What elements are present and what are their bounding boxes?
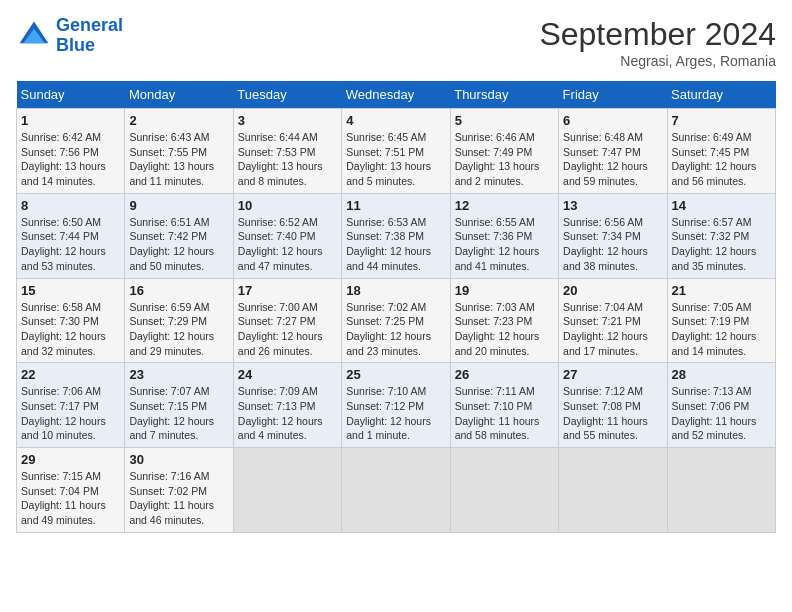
calendar-cell: 29Sunrise: 7:15 AMSunset: 7:04 PMDayligh… bbox=[17, 448, 125, 533]
logo: General Blue bbox=[16, 16, 123, 56]
calendar-week-row: 15Sunrise: 6:58 AMSunset: 7:30 PMDayligh… bbox=[17, 278, 776, 363]
day-number: 19 bbox=[455, 283, 554, 298]
calendar-cell: 7Sunrise: 6:49 AMSunset: 7:45 PMDaylight… bbox=[667, 109, 775, 194]
day-number: 26 bbox=[455, 367, 554, 382]
calendar-cell: 14Sunrise: 6:57 AMSunset: 7:32 PMDayligh… bbox=[667, 193, 775, 278]
day-info: Sunrise: 6:43 AMSunset: 7:55 PMDaylight:… bbox=[129, 130, 228, 189]
day-number: 25 bbox=[346, 367, 445, 382]
page-header: General Blue September 2024 Negrasi, Arg… bbox=[16, 16, 776, 69]
calendar-cell: 15Sunrise: 6:58 AMSunset: 7:30 PMDayligh… bbox=[17, 278, 125, 363]
calendar-cell: 27Sunrise: 7:12 AMSunset: 7:08 PMDayligh… bbox=[559, 363, 667, 448]
logo-text: General Blue bbox=[56, 16, 123, 56]
day-info: Sunrise: 6:53 AMSunset: 7:38 PMDaylight:… bbox=[346, 215, 445, 274]
day-number: 14 bbox=[672, 198, 771, 213]
calendar-cell bbox=[559, 448, 667, 533]
calendar-cell: 9Sunrise: 6:51 AMSunset: 7:42 PMDaylight… bbox=[125, 193, 233, 278]
location-subtitle: Negrasi, Arges, Romania bbox=[539, 53, 776, 69]
day-number: 28 bbox=[672, 367, 771, 382]
title-block: September 2024 Negrasi, Arges, Romania bbox=[539, 16, 776, 69]
day-info: Sunrise: 6:49 AMSunset: 7:45 PMDaylight:… bbox=[672, 130, 771, 189]
day-info: Sunrise: 7:04 AMSunset: 7:21 PMDaylight:… bbox=[563, 300, 662, 359]
calendar-cell: 25Sunrise: 7:10 AMSunset: 7:12 PMDayligh… bbox=[342, 363, 450, 448]
calendar-header-row: SundayMondayTuesdayWednesdayThursdayFrid… bbox=[17, 81, 776, 109]
day-info: Sunrise: 6:55 AMSunset: 7:36 PMDaylight:… bbox=[455, 215, 554, 274]
day-info: Sunrise: 7:05 AMSunset: 7:19 PMDaylight:… bbox=[672, 300, 771, 359]
day-number: 21 bbox=[672, 283, 771, 298]
calendar-cell: 19Sunrise: 7:03 AMSunset: 7:23 PMDayligh… bbox=[450, 278, 558, 363]
day-number: 18 bbox=[346, 283, 445, 298]
calendar-cell: 8Sunrise: 6:50 AMSunset: 7:44 PMDaylight… bbox=[17, 193, 125, 278]
calendar-cell bbox=[450, 448, 558, 533]
logo-icon bbox=[16, 18, 52, 54]
calendar-cell: 23Sunrise: 7:07 AMSunset: 7:15 PMDayligh… bbox=[125, 363, 233, 448]
day-number: 8 bbox=[21, 198, 120, 213]
day-number: 1 bbox=[21, 113, 120, 128]
day-number: 22 bbox=[21, 367, 120, 382]
calendar-cell: 5Sunrise: 6:46 AMSunset: 7:49 PMDaylight… bbox=[450, 109, 558, 194]
day-info: Sunrise: 7:02 AMSunset: 7:25 PMDaylight:… bbox=[346, 300, 445, 359]
calendar-cell: 1Sunrise: 6:42 AMSunset: 7:56 PMDaylight… bbox=[17, 109, 125, 194]
calendar-cell: 4Sunrise: 6:45 AMSunset: 7:51 PMDaylight… bbox=[342, 109, 450, 194]
day-number: 23 bbox=[129, 367, 228, 382]
day-number: 5 bbox=[455, 113, 554, 128]
calendar-cell: 18Sunrise: 7:02 AMSunset: 7:25 PMDayligh… bbox=[342, 278, 450, 363]
day-info: Sunrise: 6:48 AMSunset: 7:47 PMDaylight:… bbox=[563, 130, 662, 189]
calendar-cell: 17Sunrise: 7:00 AMSunset: 7:27 PMDayligh… bbox=[233, 278, 341, 363]
calendar-cell: 20Sunrise: 7:04 AMSunset: 7:21 PMDayligh… bbox=[559, 278, 667, 363]
day-number: 12 bbox=[455, 198, 554, 213]
col-header-friday: Friday bbox=[559, 81, 667, 109]
day-info: Sunrise: 7:12 AMSunset: 7:08 PMDaylight:… bbox=[563, 384, 662, 443]
calendar-cell bbox=[667, 448, 775, 533]
col-header-saturday: Saturday bbox=[667, 81, 775, 109]
calendar-cell: 16Sunrise: 6:59 AMSunset: 7:29 PMDayligh… bbox=[125, 278, 233, 363]
col-header-monday: Monday bbox=[125, 81, 233, 109]
day-info: Sunrise: 6:50 AMSunset: 7:44 PMDaylight:… bbox=[21, 215, 120, 274]
day-info: Sunrise: 7:15 AMSunset: 7:04 PMDaylight:… bbox=[21, 469, 120, 528]
day-number: 24 bbox=[238, 367, 337, 382]
day-number: 9 bbox=[129, 198, 228, 213]
day-info: Sunrise: 7:16 AMSunset: 7:02 PMDaylight:… bbox=[129, 469, 228, 528]
calendar-cell: 13Sunrise: 6:56 AMSunset: 7:34 PMDayligh… bbox=[559, 193, 667, 278]
day-number: 17 bbox=[238, 283, 337, 298]
col-header-wednesday: Wednesday bbox=[342, 81, 450, 109]
day-number: 13 bbox=[563, 198, 662, 213]
day-info: Sunrise: 6:52 AMSunset: 7:40 PMDaylight:… bbox=[238, 215, 337, 274]
calendar-cell: 22Sunrise: 7:06 AMSunset: 7:17 PMDayligh… bbox=[17, 363, 125, 448]
day-number: 2 bbox=[129, 113, 228, 128]
calendar-cell: 30Sunrise: 7:16 AMSunset: 7:02 PMDayligh… bbox=[125, 448, 233, 533]
day-info: Sunrise: 6:56 AMSunset: 7:34 PMDaylight:… bbox=[563, 215, 662, 274]
calendar-table: SundayMondayTuesdayWednesdayThursdayFrid… bbox=[16, 81, 776, 533]
col-header-tuesday: Tuesday bbox=[233, 81, 341, 109]
day-info: Sunrise: 7:13 AMSunset: 7:06 PMDaylight:… bbox=[672, 384, 771, 443]
day-info: Sunrise: 6:51 AMSunset: 7:42 PMDaylight:… bbox=[129, 215, 228, 274]
day-info: Sunrise: 7:06 AMSunset: 7:17 PMDaylight:… bbox=[21, 384, 120, 443]
day-number: 4 bbox=[346, 113, 445, 128]
month-title: September 2024 bbox=[539, 16, 776, 53]
day-info: Sunrise: 6:45 AMSunset: 7:51 PMDaylight:… bbox=[346, 130, 445, 189]
day-number: 7 bbox=[672, 113, 771, 128]
day-number: 27 bbox=[563, 367, 662, 382]
calendar-cell: 21Sunrise: 7:05 AMSunset: 7:19 PMDayligh… bbox=[667, 278, 775, 363]
day-number: 3 bbox=[238, 113, 337, 128]
day-number: 6 bbox=[563, 113, 662, 128]
col-header-sunday: Sunday bbox=[17, 81, 125, 109]
calendar-cell: 6Sunrise: 6:48 AMSunset: 7:47 PMDaylight… bbox=[559, 109, 667, 194]
day-number: 16 bbox=[129, 283, 228, 298]
day-number: 29 bbox=[21, 452, 120, 467]
day-info: Sunrise: 7:09 AMSunset: 7:13 PMDaylight:… bbox=[238, 384, 337, 443]
day-info: Sunrise: 6:59 AMSunset: 7:29 PMDaylight:… bbox=[129, 300, 228, 359]
calendar-cell: 28Sunrise: 7:13 AMSunset: 7:06 PMDayligh… bbox=[667, 363, 775, 448]
day-info: Sunrise: 7:03 AMSunset: 7:23 PMDaylight:… bbox=[455, 300, 554, 359]
day-number: 11 bbox=[346, 198, 445, 213]
day-info: Sunrise: 7:11 AMSunset: 7:10 PMDaylight:… bbox=[455, 384, 554, 443]
calendar-cell: 12Sunrise: 6:55 AMSunset: 7:36 PMDayligh… bbox=[450, 193, 558, 278]
day-number: 20 bbox=[563, 283, 662, 298]
calendar-week-row: 22Sunrise: 7:06 AMSunset: 7:17 PMDayligh… bbox=[17, 363, 776, 448]
day-info: Sunrise: 6:58 AMSunset: 7:30 PMDaylight:… bbox=[21, 300, 120, 359]
calendar-cell: 3Sunrise: 6:44 AMSunset: 7:53 PMDaylight… bbox=[233, 109, 341, 194]
calendar-cell: 11Sunrise: 6:53 AMSunset: 7:38 PMDayligh… bbox=[342, 193, 450, 278]
day-number: 10 bbox=[238, 198, 337, 213]
calendar-week-row: 8Sunrise: 6:50 AMSunset: 7:44 PMDaylight… bbox=[17, 193, 776, 278]
day-info: Sunrise: 6:46 AMSunset: 7:49 PMDaylight:… bbox=[455, 130, 554, 189]
calendar-cell: 2Sunrise: 6:43 AMSunset: 7:55 PMDaylight… bbox=[125, 109, 233, 194]
